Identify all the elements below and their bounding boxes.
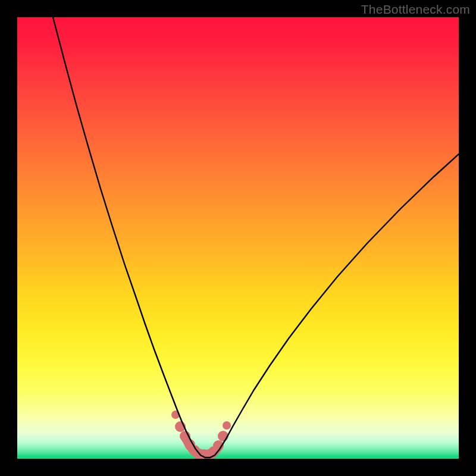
watermark-text: TheBottleneck.com (361, 2, 470, 17)
curve-svg (17, 17, 459, 459)
bottleneck-curve-path (53, 17, 459, 458)
outer-frame: TheBottleneck.com (0, 0, 476, 476)
marker-dot (223, 421, 231, 430)
plot-area (17, 17, 459, 459)
